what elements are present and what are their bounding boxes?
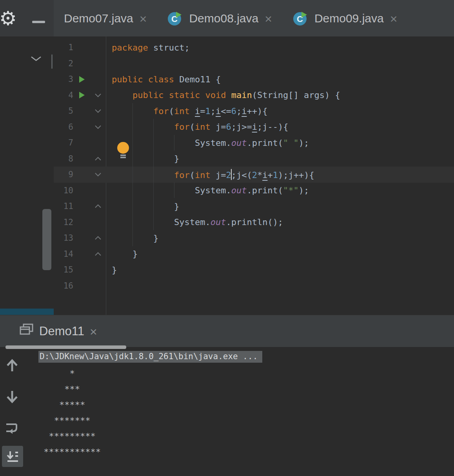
tab-label: Demo07.java xyxy=(64,12,133,25)
fold-down-icon[interactable] xyxy=(90,172,106,177)
down-stacktrace-icon[interactable] xyxy=(5,389,19,406)
tab-demo07-java[interactable]: Demo07.java × xyxy=(54,0,157,36)
line-number: 16 xyxy=(54,281,73,291)
indent-guide xyxy=(153,119,154,230)
code-token: int xyxy=(174,106,195,116)
code-token: ( xyxy=(190,122,195,132)
code-token: ( xyxy=(169,106,174,116)
code-line-15[interactable]: 15} xyxy=(54,262,454,278)
settings-gear-icon[interactable]: ⚙ xyxy=(0,9,17,28)
close-icon[interactable]: × xyxy=(90,325,97,338)
run-tab-label: Demo11 xyxy=(39,324,84,338)
code-token: 1 xyxy=(205,106,210,116)
code-text: for(int j=2;j<(2*i+1);j++){ xyxy=(106,169,314,180)
fold-down-icon[interactable] xyxy=(90,109,106,113)
fold-down-icon[interactable] xyxy=(90,93,106,98)
line-number: 14 xyxy=(54,249,73,259)
close-icon[interactable]: × xyxy=(390,12,398,25)
code-token: package xyxy=(112,43,153,53)
project-sidebar xyxy=(0,36,54,315)
fold-up-icon[interactable] xyxy=(90,156,106,161)
run-gutter-icon[interactable] xyxy=(73,76,90,83)
code-text: System.out.print(" "); xyxy=(106,138,309,148)
close-icon[interactable]: × xyxy=(265,12,272,25)
line-number: 2 xyxy=(54,59,73,68)
fold-up-icon[interactable] xyxy=(90,204,106,209)
fold-up-icon[interactable] xyxy=(90,252,106,256)
code-token: public class xyxy=(112,74,179,84)
code-token: } xyxy=(112,202,179,211)
console-output-line: *** xyxy=(38,382,454,397)
run-console: D:\JDKnew\Java\jdk1.8.0_261\bin\java.exe… xyxy=(0,347,454,476)
code-token: 2 xyxy=(252,170,257,180)
console-command-line[interactable]: D:\JDKnew\Java\jdk1.8.0_261\bin\java.exe… xyxy=(38,351,262,363)
line-number: 10 xyxy=(54,186,73,195)
code-token: j= xyxy=(216,122,226,132)
code-token: 2 xyxy=(226,170,231,180)
run-tab-demo11[interactable]: Demo11 × xyxy=(20,315,97,347)
console-output-area[interactable]: D:\JDKnew\Java\jdk1.8.0_261\bin\java.exe… xyxy=(24,347,454,476)
tab-label: Demo09.java xyxy=(314,12,384,25)
code-token: } xyxy=(112,249,138,259)
code-line-9[interactable]: 9 for(int j=2;j<(2*i+1);j++){ xyxy=(54,167,454,183)
run-gutter-icon[interactable] xyxy=(73,91,90,99)
line-number: 5 xyxy=(54,106,73,116)
code-token: struct; xyxy=(153,43,190,53)
code-text: public static void main(String[] args) { xyxy=(106,90,340,100)
console-toolbar xyxy=(0,347,24,476)
console-output-line: ********* xyxy=(38,429,454,444)
code-line-3[interactable]: 3public class Demo11 { xyxy=(54,71,454,87)
close-icon[interactable]: × xyxy=(140,12,147,25)
code-line-6[interactable]: 6 for(int j=6;j>=i;j--){ xyxy=(54,119,454,135)
up-stacktrace-icon[interactable] xyxy=(5,358,19,374)
code-token: ++){ xyxy=(247,106,267,116)
code-line-5[interactable]: 5 for(int i=1;i<=6;i++){ xyxy=(54,103,454,119)
main-area: 1package struct;23public class Demo11 {4… xyxy=(0,36,454,315)
console-output: * *** ***** ******* ********* **********… xyxy=(38,366,454,460)
code-line-16[interactable]: 16 xyxy=(54,278,454,294)
code-token: i xyxy=(242,106,247,116)
tab-demo08-java[interactable]: C Demo08.java × xyxy=(157,0,282,36)
code-token: "*" xyxy=(283,185,299,195)
line-number: 11 xyxy=(54,202,73,211)
run-window-icon xyxy=(20,323,34,339)
scroll-to-end-button[interactable] xyxy=(2,446,23,467)
code-token: " " xyxy=(283,138,299,148)
fold-down-icon[interactable] xyxy=(90,125,106,129)
code-token: ;j--){ xyxy=(257,122,288,132)
code-line-1[interactable]: 1package struct; xyxy=(54,40,454,56)
code-line-12[interactable]: 12 System.out.println(); xyxy=(54,214,454,231)
code-token: j= xyxy=(216,170,226,180)
fold-up-icon[interactable] xyxy=(90,236,106,240)
code-line-8[interactable]: 8 } xyxy=(54,151,454,167)
code-line-7[interactable]: 7 System.out.print(" "); xyxy=(54,135,454,151)
horizontal-scrollbar-thumb[interactable] xyxy=(5,345,126,349)
code-text: for(int j=6;j>=i;j--){ xyxy=(106,122,288,132)
chevron-down-icon[interactable] xyxy=(30,55,42,64)
soft-wrap-icon[interactable] xyxy=(5,421,20,436)
code-token: (String[] args) { xyxy=(252,90,340,100)
code-line-11[interactable]: 11 } xyxy=(54,198,454,214)
console-output-line: * xyxy=(38,366,454,382)
code-line-2[interactable]: 2 xyxy=(54,56,454,72)
code-token: for xyxy=(153,106,169,116)
intention-lightbulb-icon[interactable] xyxy=(116,142,130,160)
code-token: ;j>= xyxy=(231,122,252,132)
code-line-14[interactable]: 14 } xyxy=(54,246,454,262)
code-token: ; xyxy=(211,106,216,116)
minimize-icon[interactable] xyxy=(32,21,45,23)
code-line-10[interactable]: 10 System.out.print("*"); xyxy=(54,183,454,199)
code-token: ; xyxy=(236,106,242,116)
code-line-13[interactable]: 13 } xyxy=(54,230,454,246)
java-class-run-icon: C xyxy=(292,11,308,26)
code-token: i xyxy=(216,106,221,116)
code-token: public static void xyxy=(133,90,231,100)
editor-tab-bar: ⚙ Demo07.java × C Demo08.java × C Demo09… xyxy=(0,0,454,36)
line-number: 4 xyxy=(54,91,73,100)
sidebar-scrollbar-thumb[interactable] xyxy=(42,209,51,270)
tab-demo09-java[interactable]: C Demo09.java × xyxy=(282,0,407,36)
code-text: package struct; xyxy=(106,43,190,53)
code-editor[interactable]: 1package struct;23public class Demo11 {4… xyxy=(54,36,454,315)
titlebar-left: ⚙ xyxy=(0,0,54,36)
code-line-4[interactable]: 4 public static void main(String[] args)… xyxy=(54,87,454,104)
